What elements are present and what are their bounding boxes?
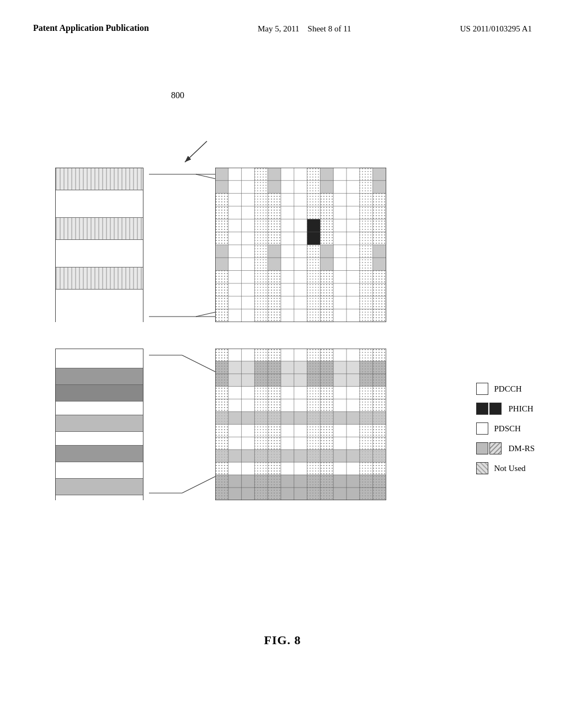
svg-rect-77 — [215, 449, 386, 462]
sheet-info: Sheet 8 of 11 — [308, 24, 351, 33]
legend-not-used: Not Used — [476, 462, 535, 474]
legend-pdcch: PDCCH — [476, 383, 535, 395]
legend-dmrs-box2 — [489, 442, 502, 454]
top-grid-svg — [215, 168, 386, 322]
legend: PDCCH PHICH PDSCH DM-RS Not Used — [476, 383, 535, 482]
bottom-strip — [55, 349, 143, 500]
legend-phich-boxes — [476, 403, 503, 415]
bottom-grid — [215, 349, 386, 500]
publication-date: May 5, 2011 — [258, 24, 300, 33]
svg-line-10 — [182, 355, 215, 372]
top-strip — [55, 168, 143, 322]
legend-phich: PHICH — [476, 403, 535, 415]
legend-phich-label: PHICH — [508, 404, 533, 414]
ref-800: 800 — [171, 90, 184, 100]
svg-line-11 — [182, 477, 215, 493]
top-grid — [215, 168, 386, 322]
legend-pdcch-label: PDCCH — [494, 384, 521, 394]
legend-pdsch-label: PDSCH — [494, 424, 520, 433]
publication-meta: May 5, 2011 Sheet 8 of 11 — [258, 22, 351, 35]
publication-number: US 2011/0103295 A1 — [460, 22, 532, 35]
page-header: Patent Application Publication May 5, 20… — [0, 0, 565, 35]
legend-dmrs: DM-RS — [476, 442, 535, 454]
svg-rect-76 — [215, 412, 386, 425]
figure-label: FIG. 8 — [264, 633, 301, 647]
publication-title: Patent Application Publication — [33, 22, 149, 34]
legend-pdsch-box — [476, 422, 488, 435]
legend-not-used-box — [476, 462, 488, 474]
bottom-grid-svg — [215, 349, 386, 500]
legend-pdcch-box — [476, 383, 488, 395]
diagram-area: 800 — [0, 46, 565, 681]
svg-line-7 — [196, 312, 215, 317]
legend-dmrs-box1 — [476, 442, 488, 454]
legend-pdsch: PDSCH — [476, 422, 535, 435]
legend-dmrs-boxes — [476, 442, 503, 454]
svg-line-0 — [185, 141, 207, 162]
svg-line-6 — [196, 174, 215, 179]
legend-phich-box2 — [489, 403, 502, 415]
legend-not-used-label: Not Used — [494, 464, 525, 473]
legend-dmrs-label: DM-RS — [508, 444, 535, 453]
legend-phich-box1 — [476, 403, 488, 415]
